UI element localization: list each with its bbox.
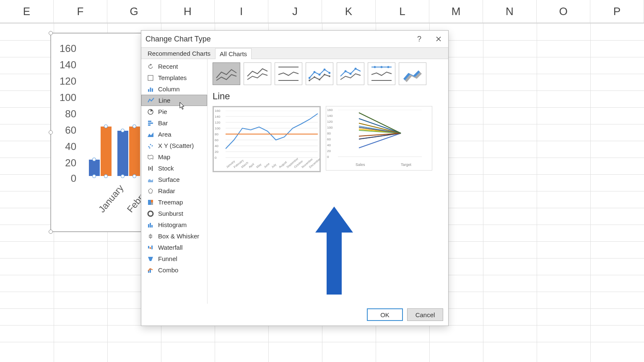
category-bar[interactable]: Bar	[141, 117, 207, 129]
subtype-stacked-line-markers[interactable]	[337, 62, 364, 85]
cancel-button[interactable]: Cancel	[407, 308, 443, 321]
y-tick: 60	[327, 137, 331, 141]
category-line[interactable]: Line	[141, 95, 207, 106]
chart-preview[interactable]: 160 140 120 100 80 60 40 20 0	[213, 106, 321, 172]
category-sunburst[interactable]: Sunburst	[141, 208, 207, 219]
recent-icon	[147, 63, 154, 70]
col-header[interactable]: I	[215, 0, 268, 23]
category-treemap[interactable]: Treemap	[141, 197, 207, 208]
category-combo[interactable]: Combo	[141, 264, 207, 276]
subtype-100-stacked-line[interactable]	[275, 62, 302, 85]
category-label: Line	[158, 97, 170, 104]
column-header-row: E F G H I J K L M N O P	[0, 0, 644, 23]
col-header[interactable]: J	[268, 0, 322, 23]
col-header[interactable]: N	[483, 0, 537, 23]
svg-point-38	[319, 79, 320, 80]
svg-rect-20	[148, 224, 149, 228]
bar-target[interactable]	[101, 127, 112, 176]
treemap-icon	[147, 199, 154, 206]
svg-marker-28	[148, 257, 153, 261]
y-tick: 140	[327, 114, 332, 118]
chart-preview[interactable]: 160 140 120 100 80 60 40 20 0	[326, 106, 432, 171]
col-header[interactable]: F	[54, 0, 107, 23]
col-header[interactable]: O	[537, 0, 590, 23]
category-radar[interactable]: Radar	[141, 185, 207, 197]
y-tick: 20	[215, 150, 218, 154]
subtype-stacked-line[interactable]	[244, 62, 271, 85]
svg-line-64	[359, 133, 401, 139]
preview-line-chart-switched	[338, 110, 422, 159]
map-icon	[147, 154, 154, 160]
category-label: X Y (Scatter)	[158, 142, 194, 149]
category-label: Combo	[158, 266, 178, 274]
svg-rect-5	[148, 121, 151, 122]
dialog-footer: OK Cancel	[141, 304, 448, 326]
x-label: June	[263, 162, 270, 168]
category-histogram[interactable]: Histogram	[141, 219, 207, 230]
templates-icon	[147, 75, 154, 81]
col-header[interactable]: P	[590, 0, 644, 23]
resize-handle[interactable]	[49, 130, 53, 134]
category-label: Funnel	[158, 255, 177, 262]
x-label: August	[278, 160, 287, 168]
category-recent[interactable]: Recent	[141, 61, 207, 72]
resize-handle[interactable]	[49, 230, 53, 234]
surface-icon	[147, 176, 154, 183]
chart-category-list: RecentTemplatesColumnLinePieBarAreaX Y (…	[141, 59, 208, 304]
svg-point-8	[148, 146, 150, 147]
subtype-100-stacked-line-markers[interactable]	[368, 62, 395, 85]
svg-point-32	[314, 71, 316, 73]
col-header[interactable]: G	[107, 0, 161, 23]
category-surface[interactable]: Surface	[141, 174, 207, 185]
y-tick: 140	[215, 115, 220, 119]
category-label: Box & Whisker	[158, 233, 199, 240]
svg-point-41	[345, 70, 347, 72]
tab-recommended-charts[interactable]: Recommended Charts	[143, 48, 215, 59]
svg-rect-27	[151, 246, 153, 249]
tab-all-charts[interactable]: All Charts	[215, 48, 252, 59]
close-button[interactable]	[429, 31, 448, 47]
subtype-line[interactable]	[213, 62, 240, 85]
category-scatter[interactable]: X Y (Scatter)	[141, 140, 207, 151]
resize-handle[interactable]	[49, 31, 53, 35]
scatter-icon	[147, 142, 154, 149]
category-templates[interactable]: Templates	[141, 72, 207, 83]
svg-point-36	[309, 80, 310, 81]
svg-rect-30	[150, 269, 151, 273]
category-map[interactable]: Map	[141, 151, 207, 163]
category-label: Recent	[158, 63, 178, 70]
bar-sales[interactable]	[89, 160, 100, 176]
annotation-arrow-icon	[313, 207, 355, 295]
svg-point-9	[150, 144, 151, 145]
svg-point-40	[329, 75, 330, 77]
ok-button[interactable]: OK	[367, 308, 403, 321]
dialog-titlebar[interactable]: Change Chart Type ?	[141, 31, 448, 47]
y-tick: 140	[60, 59, 76, 71]
col-header[interactable]: L	[376, 0, 429, 23]
subtype-3d-line[interactable]	[399, 62, 426, 85]
subtype-line-markers[interactable]	[306, 62, 333, 85]
col-header[interactable]: H	[161, 0, 215, 23]
dialog-tabs: Recommended Charts All Charts	[141, 47, 448, 59]
col-header[interactable]: K	[322, 0, 376, 23]
y-tick: 120	[215, 121, 220, 124]
category-stock[interactable]: Stock	[141, 163, 207, 174]
category-waterfall[interactable]: Waterfall	[141, 242, 207, 253]
category-pie[interactable]: Pie	[141, 106, 207, 117]
category-funnel[interactable]: Funnel	[141, 253, 207, 264]
bar-target[interactable]	[129, 127, 140, 176]
col-header[interactable]: M	[429, 0, 483, 23]
category-area[interactable]: Area	[141, 129, 207, 140]
svg-point-44	[374, 66, 376, 68]
svg-rect-21	[150, 223, 151, 228]
svg-rect-16	[148, 200, 151, 205]
bar-sales[interactable]	[117, 131, 128, 176]
col-header[interactable]: E	[0, 0, 54, 23]
y-tick: 80	[65, 108, 76, 120]
category-column[interactable]: Column	[141, 83, 207, 95]
svg-rect-26	[150, 247, 151, 249]
y-tick: 20	[65, 157, 76, 169]
svg-rect-2	[150, 88, 151, 92]
help-button[interactable]: ?	[410, 31, 429, 47]
category-boxwhisker[interactable]: Box & Whisker	[141, 230, 207, 242]
